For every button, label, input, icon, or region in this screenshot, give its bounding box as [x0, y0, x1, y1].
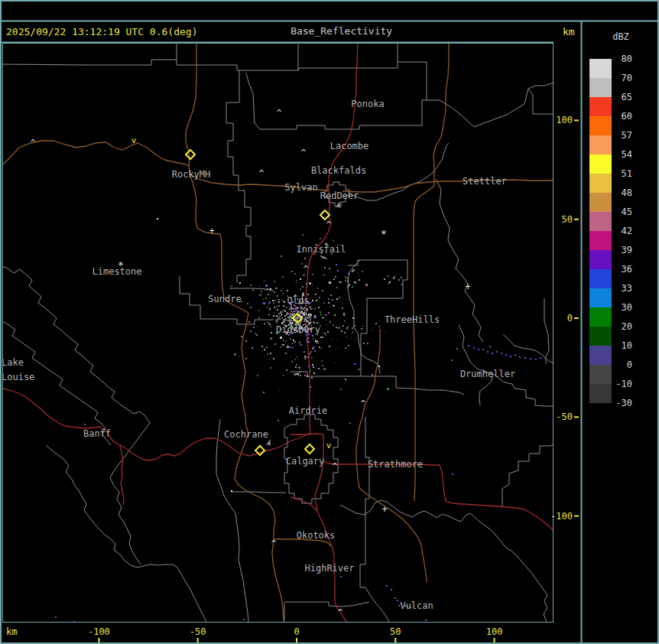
radar-site-diamond-icon: [320, 210, 330, 220]
echo-pixel: [291, 306, 292, 307]
echo-pixel: [295, 309, 297, 311]
echo-pixel: [276, 306, 278, 307]
echo-pixel: [278, 314, 279, 315]
echo-pixel: [286, 323, 287, 324]
echo-pixel: [285, 318, 287, 320]
echo-pixel: [295, 311, 296, 312]
echo-pixel: [291, 307, 292, 309]
city-label: Okotoks: [297, 530, 336, 541]
echo-pixel: [55, 616, 57, 618]
echo-pixel: [312, 364, 313, 366]
y-axis: 100500-50-100: [550, 115, 579, 521]
echo-pixel: [274, 343, 276, 345]
legend-color-block: [589, 212, 612, 231]
echo-pixel: [267, 353, 268, 355]
echo-pixel: [386, 276, 387, 277]
echo-pixel: [317, 342, 319, 343]
legend-color-block: [589, 193, 612, 212]
echo-pixel: [239, 356, 239, 357]
echo-pixel: [293, 308, 294, 310]
boundary-line: [246, 67, 427, 129]
echo-pixel: [308, 314, 310, 315]
echo-pixel: [345, 276, 346, 278]
echo-pixel: [274, 307, 275, 308]
echo-pixel: [308, 341, 310, 343]
echo-pixel: [303, 274, 305, 276]
city-label: Blackfalds: [311, 165, 366, 176]
city-label: Limestone: [92, 266, 141, 277]
echo-pixel: [278, 313, 280, 314]
echo-pixel: [248, 321, 250, 323]
boundary-line: [459, 325, 486, 372]
legend-color-block: [589, 269, 612, 288]
echo-pixel: [351, 337, 352, 338]
echo-pixel: [300, 375, 301, 376]
echo-pixel: [310, 370, 311, 372]
boundary-line: [285, 602, 369, 607]
v-marker-icon: v: [326, 441, 332, 450]
boundary-line: [340, 500, 547, 622]
echo-pixel: [333, 278, 335, 280]
echo-pixel: [355, 340, 355, 340]
echo-pixel: [375, 323, 377, 324]
echo-pixel: [336, 264, 337, 265]
echo-pixel: [293, 340, 294, 341]
echo-pixel: [330, 321, 331, 323]
boundary-line: [502, 444, 553, 506]
echo-pixel: [283, 375, 284, 376]
echo-pixel: [286, 314, 287, 316]
city-label: Sylvan: [284, 182, 317, 193]
legend-value-label: -30: [615, 398, 632, 408]
echo-pixel: [320, 255, 322, 257]
echo-pixel: [348, 345, 349, 346]
echo-pixel: [291, 271, 293, 272]
echo-pixel: [334, 363, 335, 363]
echo-pixel: [285, 353, 287, 354]
echo-pixel: [266, 346, 268, 348]
legend-value-label: 54: [622, 149, 632, 160]
echo-pixel: [279, 316, 281, 317]
echo-pixel: [339, 297, 340, 298]
boundary-line: [436, 179, 483, 342]
echo-pixel: [304, 317, 307, 319]
echo-pixel: [362, 271, 363, 272]
echo-pixel: [310, 352, 311, 353]
echo-pixel: [306, 369, 307, 370]
echo-pixel: [294, 311, 295, 312]
echo-pixel: [343, 313, 345, 314]
echo-pixel: [271, 290, 273, 291]
echo-pixel: [284, 311, 286, 312]
radar-map-canvas[interactable]: vv^^^^^^^^^^^**+++PonokaLacombeBlackfald…: [0, 0, 659, 644]
echo-pixel: [323, 368, 326, 370]
echo-pixel: [394, 276, 395, 278]
road-brown: [0, 141, 190, 168]
echo-pixel: [268, 315, 269, 316]
echo-pixel: [270, 367, 271, 369]
echo-pixel: [323, 302, 325, 304]
town-caret-icon: ^: [361, 398, 366, 408]
echo-pixel: [261, 291, 262, 292]
echo-pixel: [311, 357, 313, 359]
v-marker-icon: v: [131, 135, 137, 145]
echo-pixel: [300, 344, 301, 346]
echo-pixel: [352, 271, 353, 272]
town-caret-icon: ^: [259, 168, 265, 178]
echo-pixel: [303, 292, 304, 294]
echo-pixel: [309, 353, 310, 355]
echo-pixel: [289, 314, 291, 316]
echo-pixel: [252, 347, 253, 349]
map-layers: vv^^^^^^^^^^^**+++PonokaLacombeBlackfald…: [0, 43, 553, 623]
echo-pixel: [292, 320, 294, 322]
echo-pixel: [333, 240, 334, 242]
echo-pixel: [275, 320, 277, 321]
echo-pixel: [325, 314, 326, 316]
x-axis: -100-50050100km: [6, 626, 502, 642]
echo-pixel: [294, 273, 296, 275]
boundary-line: [226, 70, 251, 283]
echo-pixel: [301, 263, 303, 265]
echo-pixel: [505, 354, 507, 356]
radar-site-diamond-icon: [305, 444, 314, 454]
echo-pixel: [519, 356, 521, 358]
echo-pixel: [283, 344, 284, 346]
echo-pixel: [314, 315, 316, 317]
